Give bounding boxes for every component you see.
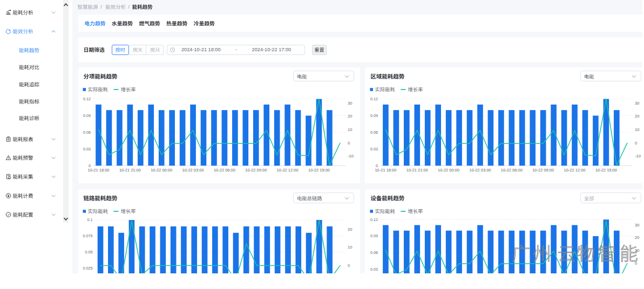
svg-text:/: / <box>128 4 130 10</box>
svg-text:10: 10 <box>348 127 352 132</box>
svg-text:0.025: 0.025 <box>83 266 93 271</box>
svg-text:10-22 00:00: 10-22 00:00 <box>151 168 172 173</box>
svg-text:0.075: 0.075 <box>83 233 93 238</box>
svg-text:10: 10 <box>635 127 639 132</box>
svg-text:0.1: 0.1 <box>87 217 93 222</box>
svg-text:-10: -10 <box>348 154 354 159</box>
svg-text:0.03: 0.03 <box>370 147 378 152</box>
svg-text:10-21 18:00: 10-21 18:00 <box>87 168 109 173</box>
svg-text:0.09: 0.09 <box>83 113 91 118</box>
svg-text:-10: -10 <box>635 154 641 159</box>
svg-text:/: / <box>100 4 102 10</box>
svg-text:0: 0 <box>348 141 350 146</box>
svg-text:20: 20 <box>635 114 639 119</box>
svg-text:0.09: 0.09 <box>370 113 378 118</box>
svg-text:30: 30 <box>348 101 352 106</box>
svg-text:0.03: 0.03 <box>83 147 91 152</box>
svg-text:0: 0 <box>348 263 350 268</box>
svg-text:0.09: 0.09 <box>370 233 378 238</box>
svg-text:0: 0 <box>635 141 637 146</box>
svg-text:10-22 15:00: 10-22 15:00 <box>308 168 330 173</box>
svg-text:10-22 03:00: 10-22 03:00 <box>182 168 204 173</box>
svg-text:0.03: 0.03 <box>370 267 378 272</box>
svg-text:10: 10 <box>348 245 352 250</box>
svg-text:10-22 12:00: 10-22 12:00 <box>564 168 585 173</box>
svg-text:0.06: 0.06 <box>370 130 378 135</box>
svg-text:10-22 00:00: 10-22 00:00 <box>438 168 459 173</box>
svg-text:10-22 15:00: 10-22 15:00 <box>595 168 617 173</box>
svg-text:0.12: 0.12 <box>370 217 378 222</box>
svg-text:10-21 21:00: 10-21 21:00 <box>119 168 141 173</box>
svg-text:10-22 12:00: 10-22 12:00 <box>277 168 299 173</box>
svg-text:0.05: 0.05 <box>85 250 93 254</box>
svg-text:10-21 21:00: 10-21 21:00 <box>406 168 428 173</box>
svg-text:10-22 09:00: 10-22 09:00 <box>532 168 554 173</box>
svg-text:0.12: 0.12 <box>370 97 378 101</box>
svg-text:10-22 09:00: 10-22 09:00 <box>245 168 267 173</box>
svg-text:0.12: 0.12 <box>83 97 91 101</box>
svg-text:0.06: 0.06 <box>83 130 91 135</box>
svg-text:10-22 06:00: 10-22 06:00 <box>214 168 235 173</box>
svg-text:10-22 06:00: 10-22 06:00 <box>501 168 523 173</box>
svg-text:30: 30 <box>635 101 639 106</box>
svg-text:20: 20 <box>348 227 352 232</box>
svg-text:0.06: 0.06 <box>370 250 378 255</box>
svg-text:30: 30 <box>635 223 639 228</box>
svg-text:10-21 18:00: 10-21 18:00 <box>375 168 396 173</box>
svg-text:10-22 03:00: 10-22 03:00 <box>469 168 491 173</box>
svg-text:20: 20 <box>635 235 639 240</box>
svg-text:20: 20 <box>348 114 352 119</box>
